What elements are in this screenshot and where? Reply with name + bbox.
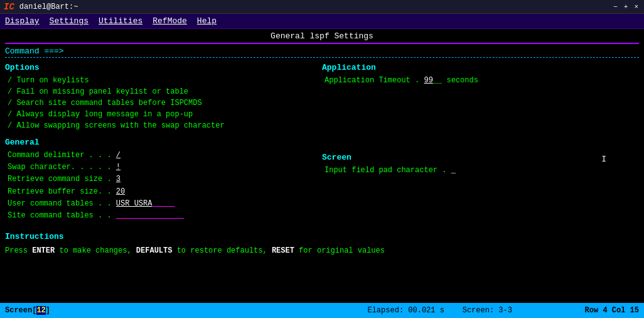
options-header: Options [5,63,322,72]
status-elapsed: Elapsed: 00.021 s Screen: 3-3 [295,306,585,315]
menu-help[interactable]: Help [197,16,217,26]
menu-display[interactable]: Display [5,16,40,26]
option-item-3: / Search site command tables before ISPC… [5,97,322,109]
screen-pad: Input field pad character . _ [322,165,639,176]
option-item-2: / Fail on missing panel keylist or table [5,86,322,97]
application-section: Application Application Timeout . 99__ s… [322,63,639,86]
instructions-text: Press ENTER to make changes, DEFAULTS to… [5,245,639,257]
option-item-5: / Allow swapping screens with the swap c… [5,120,322,131]
reset-key: RESET [272,246,294,255]
page-title-bar: General lspf Settings [5,31,639,44]
cursor-indicator: I [601,155,606,164]
instructions-header: Instructions [5,232,639,241]
page-title: General lspf Settings [271,31,373,41]
enter-key: ENTER [32,246,55,255]
general-cmd-size: Retrieve command size . 3 [5,173,322,185]
instructions-section: Instructions Press ENTER to make changes… [5,232,639,257]
menubar: Display Settings Utilities RefMode Help [0,14,644,29]
maximize-button[interactable]: + [622,3,630,11]
status-rowcol: Row 4 Col 15 [585,306,639,315]
app-timeout: Application Timeout . 99__ seconds [322,75,639,86]
general-site-tables: Site command tables . . _____ _____ ___ [5,210,322,222]
general-buf-size: Retrieve buffer size. . 20 [5,186,322,198]
option-item-1: / Turn on keylists [5,75,322,86]
menu-settings[interactable]: Settings [50,16,89,26]
status-screen-indicator: Screen[12] [5,306,295,315]
command-line[interactable]: Command ===> [5,47,639,58]
general-user-tables: User command tables . . USR USRA ____ [5,198,322,210]
minimize-button[interactable]: − [611,3,620,11]
screen-number: 12 [36,306,45,315]
titlebar: IC daniel@Bart:~ − + × [0,0,644,14]
option-item-4: / Always display long message in a pop-u… [5,109,322,120]
menu-refmode[interactable]: RefMode [153,16,187,26]
terminal-area: General lspf Settings Command ===> Optio… [0,29,644,303]
right-column: Application Application Timeout . 99__ s… [322,63,639,222]
general-section: General Command delimiter . . . / Swap c… [5,138,322,222]
general-header: General [5,138,322,147]
defaults-key: DEFAULTS [136,246,173,255]
left-column: Options / Turn on keylists / Fail on mis… [5,63,322,222]
general-swap: Swap character. . . . . ! [5,162,322,173]
menu-utilities[interactable]: Utilities [99,16,142,26]
screen-header: Screen [322,153,639,162]
statusbar: Screen[12] Elapsed: 00.021 s Screen: 3-3… [0,303,644,318]
window-controls[interactable]: − + × [611,3,640,11]
screen-section: Screen Input field pad character . _ [322,153,639,176]
app-icon: IC [4,2,14,12]
command-label: Command ===> [5,47,64,56]
general-delimiter: Command delimiter . . . / [5,150,322,162]
application-header: Application [322,63,639,72]
close-button[interactable]: × [632,3,640,11]
command-input[interactable] [64,47,639,56]
main-content: Options / Turn on keylists / Fail on mis… [5,63,639,222]
options-section: Options / Turn on keylists / Fail on mis… [5,63,322,131]
window-title: daniel@Bart:~ [19,3,611,11]
